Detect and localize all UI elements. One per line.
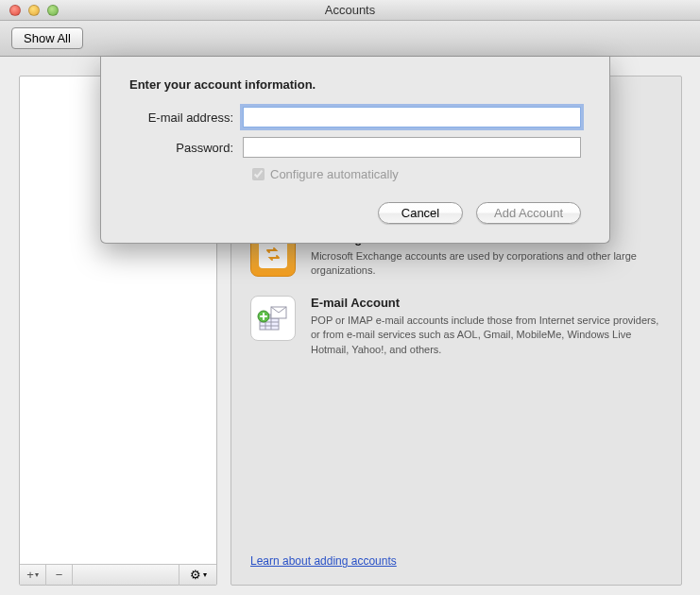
gear-icon: ⚙ (190, 568, 201, 582)
show-all-button[interactable]: Show All (11, 27, 83, 49)
account-info-sheet: Enter your account information. E-mail a… (100, 57, 610, 244)
password-label: Password: (129, 141, 243, 155)
email-desc: POP or IMAP e-mail accounts include thos… (311, 314, 662, 357)
traffic-lights (0, 5, 59, 16)
close-window-button[interactable] (9, 5, 21, 16)
cancel-button[interactable]: Cancel (378, 202, 463, 224)
chevron-down-icon: ▾ (203, 570, 207, 579)
email-title: E-mail Account (311, 296, 662, 310)
learn-link[interactable]: Learn about adding accounts (250, 554, 397, 568)
email-icon (250, 296, 296, 341)
password-row: Password: (129, 137, 581, 158)
configure-checkbox[interactable] (252, 168, 265, 180)
window-title: Accounts (0, 3, 700, 17)
add-account-button[interactable]: Add Account (476, 202, 581, 224)
email-account-row[interactable]: E-mail Account POP or IMAP e-mail accoun… (250, 296, 662, 357)
chevron-down-icon: ▾ (35, 570, 39, 579)
minus-icon: − (56, 568, 63, 582)
sheet-heading: Enter your account information. (129, 77, 581, 92)
zoom-window-button[interactable] (47, 5, 59, 16)
email-label: E-mail address: (129, 110, 243, 125)
minimize-window-button[interactable] (28, 5, 40, 16)
remove-account-button[interactable]: − (46, 565, 73, 586)
password-input[interactable] (243, 137, 581, 158)
sidebar-footer: +▾ − ⚙▾ (20, 564, 216, 585)
configure-row: Configure automatically (252, 167, 581, 181)
add-account-button[interactable]: +▾ (20, 565, 46, 586)
plus-icon: + (26, 568, 34, 582)
sheet-buttons: Cancel Add Account (129, 202, 581, 224)
account-actions-button[interactable]: ⚙▾ (179, 565, 216, 586)
mail-calendar-icon (254, 299, 292, 337)
toolbar: Show All (0, 21, 700, 57)
accounts-window: Accounts Show All +▾ − ⚙▾ To get started… (0, 0, 700, 595)
arrows-exchange-icon (264, 245, 282, 264)
configure-label: Configure automatically (270, 167, 399, 181)
titlebar: Accounts (0, 0, 700, 21)
email-row: E-mail address: (129, 107, 581, 128)
exchange-desc: Microsoft Exchange accounts are used by … (311, 249, 662, 279)
email-input[interactable] (243, 107, 581, 128)
